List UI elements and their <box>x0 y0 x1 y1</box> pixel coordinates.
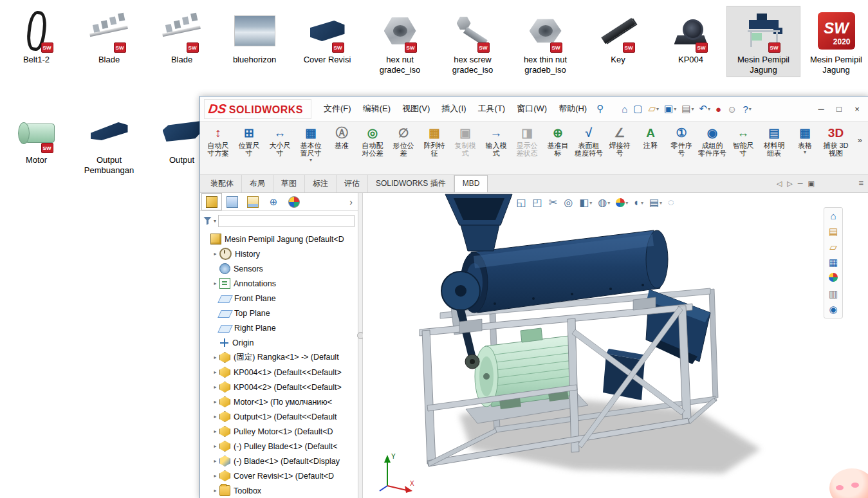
dynamic-annotation-icon[interactable]: ◎ <box>562 196 575 209</box>
help-icon[interactable]: ? ▾ <box>740 102 753 116</box>
tree-item-history[interactable]: ▸ History <box>200 246 358 261</box>
pane-restore-icon[interactable]: ▣ <box>808 180 815 188</box>
desktop-icon-motor[interactable]: SW Motor <box>0 107 73 177</box>
capture-3d-view-button[interactable]: 3D 捕获 3D 视图 <box>820 124 851 174</box>
print-icon[interactable]: ▤ ▾ <box>679 102 696 116</box>
expand-arrow-icon[interactable]: ▸ <box>211 488 219 493</box>
assembly-3d-model[interactable] <box>363 193 868 498</box>
open-icon[interactable]: ▱ ▾ <box>645 102 661 116</box>
menu-insert[interactable]: 插入(I) <box>436 97 472 120</box>
appearances-icon[interactable] <box>829 273 838 284</box>
tab-annotation[interactable]: 标注 <box>305 175 337 192</box>
forum-icon[interactable]: ◉ <box>829 304 837 315</box>
tab-layout[interactable]: 布局 <box>242 175 273 192</box>
save-icon[interactable]: ▣ ▾ <box>661 102 679 116</box>
auto-balloon-button[interactable]: ◉ 成组的 零件序号 <box>697 124 728 174</box>
filter-dropdown-icon[interactable]: ▾ <box>214 218 216 224</box>
copy-scheme-button[interactable]: ▣ 复制模 式 <box>450 124 481 174</box>
auto-dimension-scheme-button[interactable]: ↕ 自动尺 寸方案 <box>203 124 234 174</box>
featuremanager-tab[interactable] <box>201 193 222 210</box>
expand-arrow-icon[interactable]: ▸ <box>211 355 219 360</box>
desktop-icon-belt1-2[interactable]: SW Belt1-2 <box>0 6 73 77</box>
tree-item-blade[interactable]: ▸ (-) Blade<1> (Default<Display <box>200 454 358 468</box>
tree-item-origin[interactable]: Origin <box>200 335 358 350</box>
tree-item-annotations[interactable]: ▸ Annotations <box>200 276 358 291</box>
tree-item-kp004-1[interactable]: ▸ KP004<1> (Default<<Default> <box>200 365 358 380</box>
tree-item-output[interactable]: ▸ Output<1> (Default<<Default <box>200 409 358 424</box>
tree-item-top-plane[interactable]: Top Plane <box>200 306 358 320</box>
section-view-icon[interactable]: ✂ <box>547 196 560 209</box>
tree-item-pulley-motor[interactable]: ▸ Pulley Motor<1> (Default<D <box>200 424 358 439</box>
bom-button[interactable]: ▤ 材料明 细表 <box>759 124 790 174</box>
zoom-area-icon[interactable]: ◰ <box>531 196 545 209</box>
tree-item-toolbox[interactable]: ▸ Toolbox <box>200 483 358 498</box>
view-palette-icon[interactable]: ▦ <box>829 257 838 268</box>
size-dimension-button[interactable]: ↔ 大小尺 寸 <box>264 124 295 174</box>
note-button[interactable]: A 注释 <box>635 124 666 174</box>
tree-item-pulley-blade[interactable]: ▸ (-) Pulley Blade<1> (Default< <box>200 439 358 454</box>
design-library-icon[interactable]: ▤ <box>829 226 838 237</box>
tree-item-sensors[interactable]: Sensors <box>200 261 358 276</box>
desktop-icon-hex-nut[interactable]: SW hex nut gradec_iso <box>364 6 436 77</box>
geometric-tolerance-button[interactable]: ∅ 形位公 差 <box>388 124 419 174</box>
surface-finish-button[interactable]: √ 表面粗 糙度符号 <box>573 124 604 174</box>
expand-arrow-icon[interactable]: ▸ <box>211 429 219 434</box>
desktop-icon-output-pembuangan[interactable]: Output Pembuangan <box>73 107 145 177</box>
expand-arrow-icon[interactable]: ▸ <box>211 399 219 405</box>
pane-next-icon[interactable]: ▷ <box>787 180 792 188</box>
desktop-icon-mesin-pemipil-jagung-assembly[interactable]: SW Mesin Pemipil Jagung <box>727 6 800 77</box>
tree-item-cover-revisi[interactable]: ▸ Cover Revisi<1> (Default<D <box>200 468 358 483</box>
expand-arrow-icon[interactable]: ▸ <box>211 414 219 420</box>
datum-target-button[interactable]: ⊕ 基准目 标 <box>542 124 573 174</box>
configurationmanager-tab[interactable] <box>243 193 263 210</box>
tree-item-rangka[interactable]: ▸ (固定) Rangka<1> -> (Default <box>200 350 358 365</box>
auto-pair-tolerance-button[interactable]: ◎ 自动配 对公差 <box>357 124 388 174</box>
tab-mbd[interactable]: MBD <box>454 175 488 192</box>
desktop-icon-hex-thin-nut[interactable]: SW hex thin nut gradeb_iso <box>509 6 582 77</box>
expand-arrow-icon[interactable]: ▸ <box>211 251 219 257</box>
desktop-icon-blade-2[interactable]: SW Blade <box>145 6 218 77</box>
home-icon[interactable]: ⌂ <box>619 102 631 116</box>
show-tolerance-status-button[interactable]: ◨ 显示公 差状态 <box>512 124 542 174</box>
desktop-icon-blade-1[interactable]: SW Blade <box>73 6 145 77</box>
tree-item-front-plane[interactable]: Front Plane <box>200 291 358 306</box>
new-document-icon[interactable]: ▢ <box>631 102 645 116</box>
desktop-icon-cover-revisi[interactable]: SW Cover Revisi <box>291 6 364 77</box>
ribbon-overflow-button[interactable]: » <box>855 135 865 145</box>
tree-item-motor[interactable]: ▸ Motor<1> (По умолчанию< <box>200 394 358 409</box>
import-scheme-button[interactable]: → 输入模 式 <box>481 124 512 174</box>
expand-arrow-icon[interactable]: ▸ <box>211 369 219 375</box>
menu-file[interactable]: 文件(F) <box>318 97 357 120</box>
datum-button[interactable]: Ⓐ 基准 <box>326 124 357 174</box>
tab-assembly[interactable]: 装配体 <box>203 175 242 192</box>
minimize-button[interactable]: ─ <box>812 102 830 116</box>
desktop-icon-key[interactable]: SW Key <box>582 6 654 77</box>
graphics-viewport[interactable]: ◱ ◰ ✂ <box>363 193 868 498</box>
menu-view[interactable]: 视图(V) <box>396 97 436 120</box>
edit-appearance-icon[interactable]: ▾ <box>614 198 630 208</box>
hide-show-icon[interactable]: ◍ ▾ <box>596 196 612 209</box>
menu-window[interactable]: 窗口(W) <box>511 97 553 120</box>
desktop-icon-kp004[interactable]: SW KP004 <box>654 6 727 77</box>
apply-scene-icon[interactable]: ◐ ▾ <box>632 196 645 209</box>
tree-filter-input[interactable] <box>218 215 355 227</box>
propertymanager-tab[interactable] <box>222 193 243 210</box>
panel-splitter[interactable] <box>358 193 363 498</box>
menu-help[interactable]: 帮助(H) <box>553 97 593 120</box>
dimxpertmanager-tab[interactable]: ⊕ <box>263 193 284 210</box>
file-explorer-icon[interactable]: ▱ <box>829 242 837 252</box>
zoom-fit-icon[interactable]: ◱ <box>514 196 528 209</box>
solidworks-resources-icon[interactable]: ⌂ <box>830 211 836 221</box>
pattern-feature-button[interactable]: ▦ 阵列特 征 <box>419 124 450 174</box>
tree-item-right-plane[interactable]: Right Plane <box>200 320 358 335</box>
tab-evaluate[interactable]: 评估 <box>337 175 368 192</box>
desktop-icon-mesin-pemipil-jagung-app[interactable]: SW 2020 Mesin Pemipil Jagung <box>800 6 868 77</box>
smart-dimension-button[interactable]: ↔ 智能尺 寸 <box>728 124 759 174</box>
tree-item-kp004-2[interactable]: ▸ KP004<2> (Default<<Default> <box>200 380 358 394</box>
expand-arrow-icon[interactable]: ▸ <box>211 458 219 464</box>
displaymanager-tab[interactable] <box>284 193 304 210</box>
menu-edit[interactable]: 编辑(E) <box>357 97 396 120</box>
weld-symbol-button[interactable]: ∠ 焊接符 号 <box>604 124 635 174</box>
tree-item-root[interactable]: Mesin Pemipil Jagung (Default<D <box>200 232 358 246</box>
magnifier-icon[interactable]: ◌ <box>666 196 677 209</box>
